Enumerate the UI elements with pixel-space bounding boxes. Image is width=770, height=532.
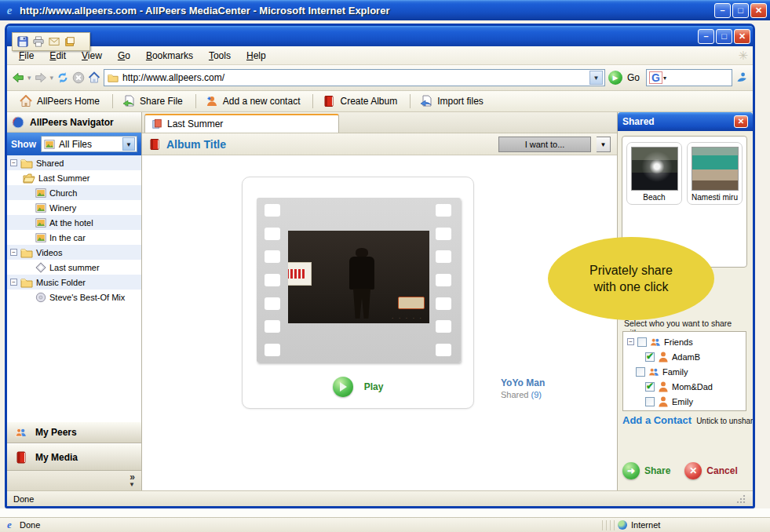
emily-checkbox[interactable]	[645, 397, 655, 406]
my-media-button[interactable]: My Media	[7, 443, 141, 471]
tree-item-steves-mix[interactable]: Steve's Best-Of Mix	[7, 290, 141, 304]
print-icon[interactable]	[33, 36, 44, 47]
home-icon[interactable]	[88, 71, 100, 84]
forward-icon[interactable]	[35, 71, 47, 84]
save-icon[interactable]	[17, 36, 28, 47]
share-button[interactable]: ➜ Share	[622, 462, 670, 479]
tree-item-last-summer-video[interactable]: Last summer	[7, 260, 141, 275]
tree-item-at-the-hotel[interactable]: At the hotel	[7, 215, 141, 230]
forward-dropdown-icon[interactable]: ▾	[50, 74, 54, 82]
outer-minimize-button[interactable]: –	[714, 3, 731, 18]
add-a-contact-link[interactable]: Add a Contact	[622, 414, 692, 426]
share-group-friends[interactable]: − Friends	[623, 334, 746, 349]
momdad-checkbox[interactable]	[645, 382, 655, 392]
mail-icon[interactable]	[49, 36, 60, 47]
share-contacts-tree: − Friends AdamB Family	[622, 331, 746, 411]
thumbnail-label: Beach	[630, 193, 678, 202]
inner-close-button[interactable]: ✕	[734, 29, 750, 44]
export-icon[interactable]	[64, 36, 75, 47]
folder-open-icon	[23, 172, 35, 184]
share-contact-label: Mom&Dad	[672, 382, 713, 392]
go-label[interactable]: Go	[627, 72, 640, 83]
cancel-button[interactable]: ✕ Cancel	[684, 462, 737, 479]
video-card[interactable]: · · · · · Play	[242, 177, 474, 409]
share-group-label: Friends	[664, 337, 693, 347]
tree-item-last-summer[interactable]: Last Summer	[7, 170, 141, 185]
i-want-to-chevron-icon[interactable]: ▼	[597, 137, 611, 152]
person-icon[interactable]	[735, 71, 748, 84]
adamb-checkbox[interactable]	[645, 352, 655, 362]
sidebar: AllPeers Navigator Show All Files ▼ − Sh…	[7, 112, 142, 490]
navigation-toolbar: ▾ ▾ http://www.allpeers.com/ ▼ ▶ Go G ▾	[7, 65, 753, 91]
inner-maximize-button[interactable]: □	[716, 29, 732, 44]
add-contact-button[interactable]: Add a new contact	[199, 93, 310, 109]
thumbnail-label: Namesti miru	[691, 193, 739, 202]
shared-count[interactable]: (9)	[531, 390, 542, 399]
search-input[interactable]: G ▾	[646, 69, 732, 86]
tree-label: Church	[49, 188, 77, 198]
tab-last-summer[interactable]: Last Summer	[144, 114, 339, 133]
import-files-button[interactable]: Import files	[414, 93, 493, 109]
menu-tools[interactable]: Tools	[202, 49, 238, 63]
outer-maximize-button[interactable]: □	[732, 3, 749, 18]
play-label[interactable]: Play	[364, 381, 384, 392]
tree-item-winery[interactable]: Winery	[7, 200, 141, 215]
menu-go[interactable]: Go	[111, 49, 137, 63]
thumbnail-beach[interactable]: Beach	[626, 142, 682, 205]
tree-item-videos[interactable]: − Videos	[7, 245, 141, 260]
stop-icon[interactable]	[72, 71, 85, 84]
show-filter-select[interactable]: All Files ▼	[41, 136, 137, 152]
collapse-icon[interactable]: −	[627, 338, 634, 345]
shared-panel-header: Shared ✕	[618, 112, 753, 131]
share-contact-emily[interactable]: Emily	[623, 394, 746, 409]
main-area: Last Summer Album Title I want to... ▼	[142, 112, 618, 490]
folder-icon	[20, 157, 33, 169]
filmstrip-holes	[436, 204, 453, 356]
address-url[interactable]: http://www.allpeers.com/	[122, 72, 586, 83]
tree-item-music-folder[interactable]: − Music Folder	[7, 275, 141, 290]
sidebar-title: AllPeers Navigator	[30, 117, 114, 128]
outer-status-text: Done	[20, 520, 40, 530]
menu-help[interactable]: Help	[239, 49, 273, 63]
share-file-button[interactable]: Share File	[116, 93, 192, 109]
friends-checkbox[interactable]	[637, 337, 647, 347]
create-album-label: Create Album	[340, 96, 397, 107]
my-peers-label: My Peers	[35, 427, 77, 438]
my-peers-button[interactable]: My Peers	[7, 421, 141, 443]
tree-item-in-the-car[interactable]: In the car	[7, 230, 141, 245]
outer-status-bar: e Done Internet	[0, 517, 770, 532]
address-dropdown-icon[interactable]: ▼	[589, 71, 603, 85]
tree-label: Videos	[36, 248, 62, 257]
tree-item-shared[interactable]: − Shared	[7, 155, 141, 170]
sidebar-overflow-chevron[interactable]: »▼	[7, 471, 141, 490]
back-icon[interactable]	[12, 71, 24, 84]
thumbnail-namesti-miru[interactable]: Namesti miru	[687, 142, 743, 205]
image-icon	[35, 188, 46, 199]
collapse-icon[interactable]: −	[10, 279, 17, 286]
go-icon[interactable]: ▶	[608, 71, 622, 85]
i-want-to-button[interactable]: I want to...	[498, 137, 591, 152]
address-bar[interactable]: http://www.allpeers.com/ ▼	[104, 69, 605, 86]
inner-minimize-button[interactable]: –	[698, 29, 714, 44]
collapse-icon[interactable]: −	[10, 249, 17, 256]
resize-grip[interactable]	[736, 494, 746, 504]
family-checkbox[interactable]	[636, 367, 645, 377]
video-watermark: · · · · ·	[392, 315, 423, 322]
allpeers-home-button[interactable]: AllPeers Home	[13, 93, 109, 109]
play-icon[interactable]	[333, 377, 353, 397]
collapse-icon[interactable]: −	[10, 159, 17, 166]
create-album-button[interactable]: Create Album	[316, 93, 407, 109]
tree-label: Music Folder	[36, 278, 86, 287]
shared-panel-close-button[interactable]: ✕	[734, 115, 748, 128]
tree-label: At the hotel	[49, 218, 93, 228]
outer-close-button[interactable]: ✕	[750, 3, 767, 18]
tree-item-church[interactable]: Church	[7, 185, 141, 200]
show-filter-chevron-icon[interactable]: ▼	[122, 137, 135, 151]
back-dropdown-icon[interactable]: ▾	[27, 74, 31, 82]
share-contact-adamb[interactable]: AdamB	[623, 349, 746, 364]
share-group-family[interactable]: Family	[623, 364, 746, 379]
video-thumbnail[interactable]: · · · · ·	[288, 231, 429, 323]
share-contact-momdad[interactable]: Mom&Dad	[623, 379, 746, 394]
menu-bookmarks[interactable]: Bookmarks	[139, 49, 200, 63]
refresh-icon[interactable]	[57, 71, 69, 84]
